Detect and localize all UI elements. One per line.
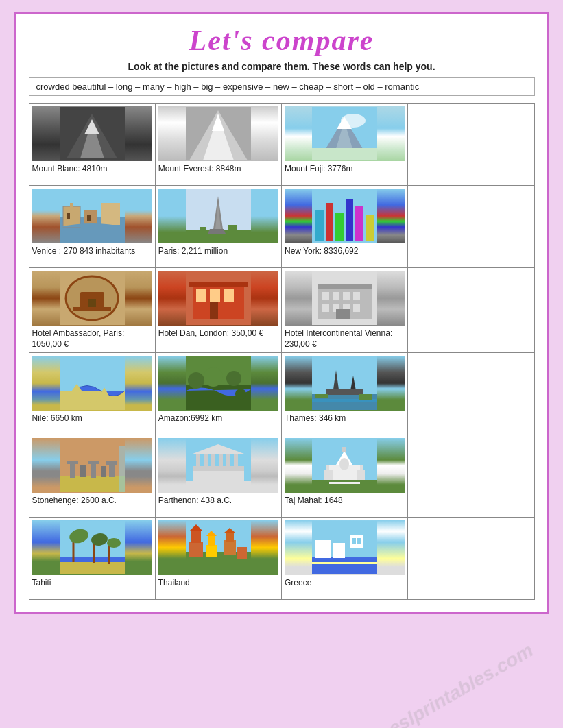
svg-point-67 — [188, 372, 204, 389]
svg-point-68 — [204, 367, 223, 387]
cell-image-mount-blanc — [32, 106, 152, 161]
table-cell: Hotel Ambassador, Paris: 1050,00 € — [29, 268, 155, 353]
table-cell: Nile: 6650 km — [29, 353, 155, 435]
svg-rect-51 — [318, 284, 372, 289]
cell-image-paris — [158, 189, 278, 243]
cell-image-thailand — [158, 520, 278, 575]
svg-rect-129 — [224, 540, 236, 555]
svg-rect-16 — [63, 206, 80, 227]
cell-image-hotel-inter — [285, 271, 405, 326]
cell-label: Hotel Intercontinental Vienna: 230,00 € — [285, 328, 405, 350]
cell-label: Amazon:6992 km — [158, 413, 222, 424]
svg-rect-13 — [312, 148, 377, 160]
svg-rect-32 — [326, 203, 333, 241]
svg-rect-33 — [335, 213, 344, 241]
svg-rect-94 — [196, 454, 200, 468]
table-cell: Thailand — [155, 518, 281, 600]
svg-rect-142 — [312, 562, 377, 564]
svg-rect-137 — [333, 543, 345, 558]
svg-rect-99 — [234, 454, 238, 468]
svg-rect-140 — [352, 538, 356, 544]
cell-image-mount-everest — [158, 106, 278, 161]
table-cell: Amazon:6992 km — [155, 353, 281, 435]
svg-rect-83 — [67, 461, 78, 464]
cell-image-hotel-amb — [32, 271, 152, 326]
svg-rect-52 — [322, 292, 329, 300]
cell-label: Paris: 2,211 million — [158, 246, 228, 257]
svg-rect-85 — [91, 463, 96, 478]
svg-rect-87 — [101, 466, 106, 477]
svg-rect-110 — [360, 465, 363, 482]
svg-rect-28 — [200, 227, 206, 234]
table-cell: Parthenon: 438 a.C. — [155, 435, 281, 518]
svg-rect-95 — [204, 454, 208, 468]
svg-rect-53 — [333, 292, 339, 300]
svg-rect-31 — [315, 210, 324, 241]
table-cell: Mount Everest: 8848m — [155, 104, 281, 186]
cell-image-tajmahal — [285, 438, 405, 493]
table-cell: Hotel Intercontinental Vienna: 230,00 € — [282, 268, 408, 353]
svg-rect-44 — [196, 289, 206, 302]
svg-rect-46 — [224, 289, 234, 302]
svg-rect-17 — [70, 203, 73, 208]
table-cell — [408, 268, 534, 353]
svg-rect-29 — [228, 225, 237, 233]
svg-rect-47 — [210, 302, 218, 319]
svg-marker-27 — [208, 229, 226, 234]
svg-rect-96 — [211, 454, 215, 468]
cell-label: Nile: 6650 km — [32, 413, 82, 424]
cell-label: Venice : 270 843 inhabitants — [32, 246, 136, 257]
cell-label: Thailand — [158, 578, 190, 589]
table-cell: Greece — [282, 518, 408, 600]
svg-rect-98 — [226, 454, 230, 468]
svg-rect-92 — [193, 470, 244, 483]
svg-rect-56 — [322, 304, 329, 312]
svg-rect-82 — [70, 463, 75, 478]
svg-point-69 — [226, 371, 241, 386]
svg-rect-84 — [80, 465, 86, 477]
svg-rect-54 — [343, 292, 350, 300]
cell-image-venice — [32, 189, 152, 243]
word-bar: crowded beautiful – long – many – high –… — [29, 77, 535, 96]
svg-point-120 — [107, 538, 121, 548]
cell-label: Greece — [285, 578, 311, 589]
svg-rect-108 — [342, 447, 346, 452]
subtitle: Look at the pictures and compare them. T… — [29, 61, 535, 72]
page-title: Let's compare — [29, 24, 535, 57]
table-cell: Paris: 2,211 million — [155, 186, 281, 268]
table-cell: Hotel Dan, London: 350,00 € — [155, 268, 281, 353]
svg-rect-123 — [189, 542, 203, 557]
svg-rect-80 — [60, 476, 125, 492]
svg-point-105 — [339, 458, 349, 470]
svg-rect-55 — [353, 292, 360, 300]
svg-rect-19 — [101, 203, 120, 225]
table-cell — [408, 518, 534, 600]
svg-rect-77 — [315, 394, 328, 398]
svg-rect-86 — [88, 461, 99, 464]
svg-point-70 — [235, 389, 246, 400]
cell-label: Parthenon: 438 a.C. — [158, 496, 232, 507]
svg-rect-59 — [353, 304, 360, 312]
cell-image-greece — [285, 520, 405, 575]
table-cell: Taj Mahal: 1648 — [282, 435, 408, 518]
svg-rect-130 — [226, 533, 234, 542]
page: Let's compare Look at the pictures and c… — [14, 12, 549, 614]
svg-rect-97 — [219, 454, 223, 468]
table-cell: Stonehenge: 2600 a.C. — [29, 435, 155, 518]
cell-label: Hotel Dan, London: 350,00 € — [158, 328, 263, 339]
svg-rect-109 — [326, 465, 329, 482]
cell-label: New York: 8336,692 — [285, 246, 358, 257]
cell-label: Mount Fuji: 3776m — [285, 164, 352, 175]
svg-rect-124 — [191, 531, 201, 543]
cell-label: Stonehenge: 2600 a.C. — [32, 496, 117, 507]
cell-image-thames — [285, 356, 405, 411]
svg-rect-88 — [109, 463, 115, 477]
cell-label: Taj Mahal: 1648 — [285, 496, 343, 507]
svg-rect-20 — [67, 213, 70, 219]
cell-image-newyork — [285, 189, 405, 243]
table-cell: Tahiti — [29, 518, 155, 600]
table-cell — [408, 353, 534, 435]
table-cell: Mount Blanc: 4810m — [29, 104, 155, 186]
comparison-grid: Mount Blanc: 4810mMount Everest: 8848mMo… — [29, 103, 535, 600]
table-cell: Thames: 346 km — [282, 353, 408, 435]
